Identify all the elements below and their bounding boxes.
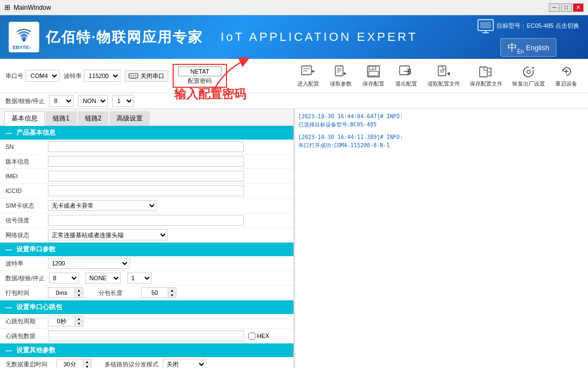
- read-config-file-button[interactable]: 读取配置文件: [422, 61, 465, 91]
- read-config-file-icon: [436, 64, 451, 79]
- sim-status-label: SIM卡状态: [5, 202, 44, 210]
- sn-input[interactable]: [48, 141, 244, 152]
- multi-link-protocol-select[interactable]: 关闭开启: [163, 359, 206, 368]
- pack-time-down[interactable]: ▼: [75, 293, 83, 298]
- language-button[interactable]: 中En English: [500, 38, 556, 57]
- svg-rect-23: [369, 71, 378, 76]
- restart-button[interactable]: 重启设备: [550, 61, 583, 91]
- baud-rate-select[interactable]: 115200 9600 19200 38400: [84, 70, 120, 82]
- main-content: 基本信息 链路1 链路2 高级设置 产品基本信息 SN 版本信息: [0, 109, 588, 368]
- other-params-content: 无数据重启时间 ▲ ▼ 多链路协议分发模式 关闭开启: [0, 357, 293, 368]
- parity-select[interactable]: NONEODDEVEN: [78, 95, 108, 107]
- sim-status-select[interactable]: 无卡或者卡异常: [48, 200, 157, 211]
- exit-config-button[interactable]: 退出配置: [390, 61, 422, 91]
- read-params-icon: [333, 64, 348, 79]
- maximize-button[interactable]: □: [561, 3, 572, 12]
- heartbeat-period-spinner-buttons: ▲ ▼: [75, 316, 83, 327]
- restart-icon: [559, 64, 574, 79]
- serial-port-select[interactable]: COM4 COM1 COM2 COM3: [26, 70, 59, 82]
- no-data-restart-down[interactable]: ▼: [83, 364, 91, 368]
- heartbeat-data-input[interactable]: [48, 330, 244, 341]
- no-data-restart-row: 无数据重启时间 ▲ ▼ 多链路协议分发模式 关闭开启: [0, 357, 293, 368]
- target-label[interactable]: 目标型号：EC05-485 点击切换: [497, 22, 579, 30]
- heartbeat-period-up[interactable]: ▲: [75, 316, 83, 321]
- serial-params-content: 波特率 1200 2400 4800 9600 数据/校验/停止 87: [0, 256, 293, 300]
- iccid-input[interactable]: [48, 185, 244, 196]
- hex-checkbox[interactable]: [248, 333, 255, 340]
- parity-config-select[interactable]: NONEODDEVEN: [85, 273, 121, 283]
- enter-config-button[interactable]: 进入配置: [292, 61, 324, 91]
- window-controls[interactable]: ─ □ ✕: [549, 3, 584, 12]
- tab-advanced[interactable]: 高级设置: [109, 111, 150, 125]
- data-bits-config-select[interactable]: 87: [49, 273, 79, 283]
- config-password-button[interactable]: 配置密码: [173, 64, 227, 88]
- data-bits-select[interactable]: 87: [49, 95, 74, 107]
- title-bar: ⊞ MainWindow ─ □ ✕: [0, 0, 588, 15]
- sn-label: SN: [5, 143, 44, 150]
- packet-length-spinner[interactable]: ▲ ▼: [141, 287, 176, 298]
- heartbeat-period-input[interactable]: [48, 316, 75, 327]
- packet-length-down[interactable]: ▼: [168, 293, 176, 298]
- hex-label: HEX: [257, 333, 270, 339]
- no-data-restart-up[interactable]: ▲: [83, 359, 91, 364]
- svg-rect-26: [438, 66, 446, 76]
- close-button[interactable]: ✕: [573, 3, 584, 12]
- close-port-button[interactable]: 关闭串口: [125, 70, 168, 82]
- minimize-button[interactable]: ─: [549, 3, 560, 12]
- save-config-label: 保存配置: [363, 80, 384, 88]
- serial-port-icon: [128, 72, 138, 80]
- no-data-restart-spinner[interactable]: ▲ ▼: [56, 359, 91, 368]
- svg-point-10: [135, 75, 136, 76]
- heartbeat-period-spinner[interactable]: ▲ ▼: [48, 316, 83, 327]
- pack-time-input[interactable]: [48, 287, 75, 298]
- log-entry-2: [2023-10-30 16:44:11.389]# INFO:串口打开成功:C…: [298, 133, 585, 149]
- pack-time-row: 打包时间 ▲ ▼ 分包长度 ▲: [0, 286, 293, 300]
- svg-rect-22: [369, 66, 376, 70]
- window-title: MainWindow: [14, 4, 51, 11]
- iccid-label: ICCID: [5, 188, 44, 194]
- log-entry-1-text: [2023-10-30 16:44:04.647]# INFO:已选择目标设备型…: [298, 113, 403, 128]
- sn-row: SN: [0, 140, 293, 154]
- product-info-section: 产品基本信息 SN 版本信息 IMEI: [0, 126, 293, 243]
- no-data-restart-input[interactable]: [56, 359, 83, 368]
- language-label: English: [526, 44, 549, 52]
- stop-bits-select[interactable]: 12: [112, 95, 134, 107]
- save-config-button[interactable]: 保存配置: [357, 61, 390, 91]
- read-config-file-label: 读取配置文件: [427, 80, 460, 88]
- stop-bits-config-select[interactable]: 12: [127, 273, 152, 283]
- serial-params-header: 设置串口参数: [0, 243, 293, 256]
- svg-point-9: [133, 75, 134, 76]
- signal-strength-label: 信号强度: [5, 216, 44, 225]
- baud-rate-label: 波特率: [64, 72, 82, 80]
- imei-label: IMEI: [5, 173, 44, 179]
- logo-area: EBYTE ® 亿佰特·物联网应用专家 IoT APPLICATION EXPE…: [9, 22, 418, 52]
- heartbeat-title: 设置串口心跳包: [16, 303, 62, 312]
- tab-link2[interactable]: 链路2: [78, 111, 109, 125]
- factory-reset-button[interactable]: 恢复出厂设置: [507, 61, 550, 91]
- version-input[interactable]: [48, 156, 244, 167]
- pack-time-up[interactable]: ▲: [75, 288, 83, 293]
- version-row: 版本信息: [0, 154, 293, 169]
- heartbeat-data-row: 心跳包数据 HEX: [0, 329, 293, 343]
- tab-basic-info[interactable]: 基本信息: [4, 111, 45, 126]
- signal-strength-input[interactable]: [48, 215, 244, 226]
- network-status-select[interactable]: 正常连接基站或者连接头端: [48, 230, 168, 240]
- target-info[interactable]: 目标型号：EC05-485 点击切换: [477, 17, 579, 35]
- config-password-input[interactable]: [178, 67, 222, 76]
- read-params-button[interactable]: 读取参数: [324, 61, 357, 91]
- product-info-title: 产品基本信息: [16, 128, 56, 137]
- multi-link-protocol-label: 多链路协议分发模式: [105, 360, 158, 369]
- serial-params-title: 设置串口参数: [16, 245, 56, 254]
- packet-length-up[interactable]: ▲: [168, 288, 176, 293]
- tab-link1[interactable]: 链路1: [46, 111, 77, 125]
- hex-checkbox-label[interactable]: HEX: [248, 333, 270, 340]
- toolbar-row2: 数据/校验/停止 87 NONEODDEVEN 12: [0, 93, 588, 109]
- imei-input[interactable]: [48, 171, 244, 182]
- heartbeat-period-down[interactable]: ▼: [75, 321, 83, 326]
- save-config-file-button[interactable]: 保存配置文件: [465, 61, 507, 91]
- pack-time-spinner[interactable]: ▲ ▼: [48, 287, 83, 298]
- packet-length-input[interactable]: [141, 287, 168, 298]
- toolbar-row1: 串口号 COM4 COM1 COM2 COM3 波特率 115200 9600 …: [0, 59, 588, 93]
- baud-rate-config-select[interactable]: 1200 2400 4800 9600: [48, 258, 130, 269]
- no-data-restart-spinner-buttons: ▲ ▼: [83, 359, 91, 368]
